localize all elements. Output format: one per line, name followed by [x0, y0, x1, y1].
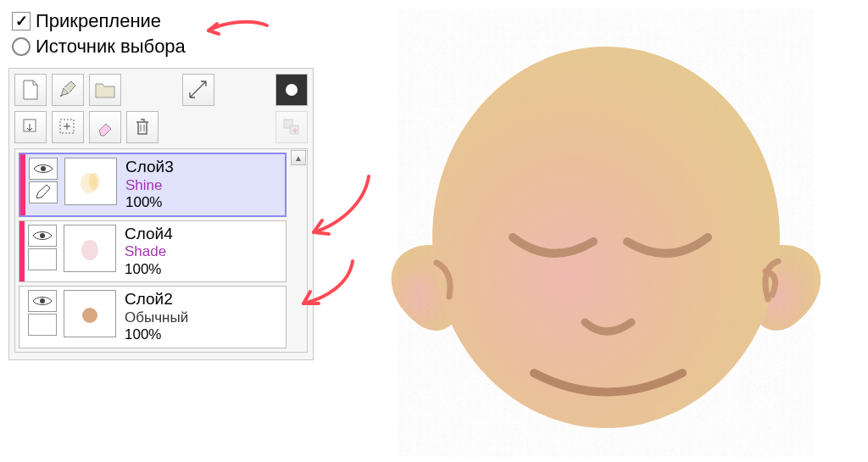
thumbnail-content	[73, 297, 107, 331]
layer-name: Слой2	[125, 290, 188, 309]
layer-opacity: 100%	[125, 194, 174, 211]
mask-button[interactable]	[275, 74, 308, 106]
svg-point-5	[41, 166, 46, 171]
transform-icon	[187, 79, 209, 101]
layer-thumbnail[interactable]	[64, 290, 116, 337]
selection-add-icon	[58, 117, 78, 137]
new-layerset-button[interactable]	[89, 74, 121, 106]
visibility-toggle[interactable]	[28, 290, 57, 312]
eye-icon	[32, 162, 54, 175]
tool-row-2	[14, 111, 308, 143]
layer-blend-mode: Shine	[125, 177, 174, 194]
empty-indicator[interactable]	[28, 248, 57, 270]
add-mask-icon	[281, 117, 302, 137]
layer-blend-mode: Shade	[125, 243, 173, 260]
layer-thumbnail[interactable]	[64, 158, 117, 205]
clipping-label: Прикрепление	[36, 10, 161, 32]
visibility-toggle[interactable]	[28, 225, 57, 247]
scroll-up-button[interactable]: ▲	[291, 150, 306, 165]
svg-point-10	[40, 298, 45, 303]
new-linework-button[interactable]	[52, 74, 84, 106]
tool-row-1	[14, 74, 308, 106]
layer-item[interactable]: Слой3 Shine 100%	[19, 153, 287, 217]
clear-layer-button[interactable]	[89, 111, 121, 143]
eraser-icon	[95, 117, 115, 137]
mask-icon	[282, 81, 301, 99]
svg-point-8	[40, 233, 45, 238]
pen-icon	[58, 80, 78, 100]
add-mask-button[interactable]	[275, 111, 308, 143]
svg-point-12	[432, 47, 780, 428]
editing-indicator[interactable]	[29, 181, 58, 203]
clipping-option-row[interactable]: ✓ Прикрепление	[8, 8, 314, 34]
clipping-checkbox[interactable]: ✓	[12, 12, 31, 31]
svg-point-11	[82, 308, 97, 323]
layer-name: Слой4	[125, 225, 173, 244]
selection-source-radio[interactable]	[12, 37, 31, 56]
layer-thumbnail[interactable]	[64, 225, 116, 272]
artwork-head	[356, 8, 856, 458]
svg-point-7	[89, 173, 99, 190]
canvas-area	[356, 8, 856, 458]
trash-icon	[133, 117, 152, 137]
new-layer-button[interactable]	[14, 74, 47, 106]
transform-button[interactable]	[182, 74, 214, 106]
layer-item[interactable]: Слой4 Shade 100%	[19, 220, 287, 283]
new-selection-button[interactable]	[52, 111, 84, 143]
layers-list: ▲ Слой3 Shine 100%	[14, 148, 308, 353]
layer-opacity: 100%	[125, 261, 173, 278]
svg-rect-4	[290, 125, 298, 134]
layer-panel: ✓ Прикрепление Источник выбора	[8, 8, 314, 360]
layer-blend-mode: Обычный	[125, 309, 188, 326]
layer-name: Слой3	[125, 158, 174, 177]
merge-down-button[interactable]	[14, 111, 47, 143]
empty-indicator[interactable]	[28, 314, 57, 336]
layer-toolbox: ▲ Слой3 Shine 100%	[8, 68, 314, 360]
pencil-icon	[34, 184, 53, 201]
thumbnail-content	[74, 164, 108, 198]
merge-down-icon	[20, 117, 41, 137]
svg-point-9	[81, 240, 98, 260]
visibility-toggle[interactable]	[29, 158, 58, 180]
eye-icon	[31, 229, 53, 242]
layer-opacity: 100%	[125, 326, 188, 343]
thumbnail-content	[73, 231, 107, 265]
svg-point-0	[286, 84, 298, 96]
selection-source-option-row[interactable]: Источник выбора	[8, 34, 314, 59]
folder-icon	[94, 81, 116, 99]
eye-icon	[31, 294, 53, 308]
new-layer-icon	[21, 79, 40, 101]
selection-source-label: Источник выбора	[36, 36, 186, 58]
layer-item[interactable]: Слой2 Обычный 100%	[19, 286, 287, 348]
delete-layer-button[interactable]	[126, 111, 159, 143]
